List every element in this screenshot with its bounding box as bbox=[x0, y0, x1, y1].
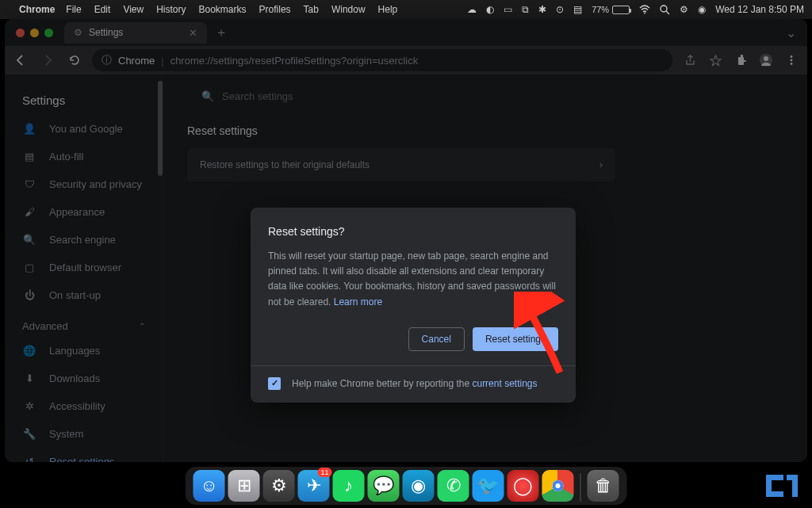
dialog-footer-text: Help make Chrome better by reporting the… bbox=[292, 378, 538, 389]
dock-telegram[interactable]: ✈11 bbox=[298, 470, 330, 502]
dock-spotify[interactable]: ♪ bbox=[333, 470, 365, 502]
macos-dock: ☺ ⊞ ⚙ ✈11 ♪ 💬 ◉ ✆ 🐦 ◯ 🗑 bbox=[186, 467, 627, 505]
dock-system-preferences[interactable]: ⚙ bbox=[263, 470, 295, 502]
menu-help[interactable]: Help bbox=[378, 4, 398, 15]
menubar-status-icon[interactable]: ☁ bbox=[467, 4, 477, 15]
macos-menubar: Chrome File Edit View History Bookmarks … bbox=[0, 0, 812, 19]
dock-trash[interactable]: 🗑 bbox=[588, 470, 619, 502]
chrome-window: ⚙ Settings ✕ ＋ ⌄ ⓘ Chrome | chrome://set… bbox=[5, 19, 807, 462]
dock-chrome[interactable] bbox=[542, 470, 574, 502]
menu-view[interactable]: View bbox=[123, 4, 144, 15]
dialog-title: Reset settings? bbox=[268, 225, 558, 238]
reset-settings-dialog: Reset settings? This will reset your sta… bbox=[251, 208, 576, 403]
dialog-body: This will reset your startup page, new t… bbox=[268, 249, 558, 310]
menu-tab[interactable]: Tab bbox=[304, 4, 319, 15]
menubar-language-icon[interactable]: ▤ bbox=[573, 4, 582, 15]
menubar-status-icon[interactable]: ▭ bbox=[504, 4, 512, 15]
menubar-battery[interactable]: 77% bbox=[592, 5, 630, 14]
current-settings-link[interactable]: current settings bbox=[472, 378, 537, 389]
menubar-datetime[interactable]: Wed 12 Jan 8:50 PM bbox=[715, 4, 804, 15]
dock-finder[interactable]: ☺ bbox=[193, 470, 225, 502]
menu-window[interactable]: Window bbox=[331, 4, 366, 15]
svg-point-0 bbox=[644, 13, 645, 14]
menubar-wifi-icon[interactable] bbox=[639, 5, 650, 14]
menu-history[interactable]: History bbox=[156, 4, 186, 15]
dock-edge[interactable]: ◉ bbox=[403, 470, 435, 502]
menubar-bluetooth-icon[interactable]: ✱ bbox=[538, 4, 546, 15]
menu-file[interactable]: File bbox=[66, 4, 81, 15]
menubar-spotlight-icon[interactable] bbox=[660, 5, 670, 15]
reset-settings-button[interactable]: Reset settings bbox=[473, 327, 558, 351]
menu-profiles[interactable]: Profiles bbox=[259, 4, 291, 15]
menu-bookmarks[interactable]: Bookmarks bbox=[199, 4, 247, 15]
menubar-control-center-icon[interactable]: ⚙ bbox=[680, 4, 688, 15]
dock-opera[interactable]: ◯ bbox=[508, 470, 539, 502]
svg-line-2 bbox=[666, 11, 669, 14]
reporting-checkbox[interactable]: ✓ bbox=[268, 377, 281, 390]
menubar-siri-icon[interactable]: ◉ bbox=[698, 4, 706, 15]
menubar-app-name[interactable]: Chrome bbox=[19, 4, 55, 15]
watermark-logo bbox=[761, 472, 802, 500]
learn-more-link[interactable]: Learn more bbox=[334, 296, 382, 307]
svg-point-1 bbox=[661, 6, 667, 12]
menu-edit[interactable]: Edit bbox=[94, 4, 111, 15]
menubar-status-icon[interactable]: ◐ bbox=[486, 4, 494, 15]
telegram-badge: 11 bbox=[317, 468, 331, 477]
dock-launchpad[interactable]: ⊞ bbox=[228, 470, 260, 502]
cancel-button[interactable]: Cancel bbox=[408, 327, 465, 351]
dock-messages[interactable]: 💬 bbox=[368, 470, 400, 502]
dock-whatsapp[interactable]: ✆ bbox=[438, 470, 469, 502]
menubar-screen-mirror-icon[interactable]: ⧉ bbox=[522, 4, 529, 15]
dock-twitter[interactable]: 🐦 bbox=[473, 470, 504, 502]
battery-icon bbox=[612, 6, 630, 14]
menubar-play-icon[interactable]: ⊙ bbox=[556, 4, 564, 15]
dock-divider bbox=[580, 473, 581, 502]
battery-percent: 77% bbox=[592, 5, 609, 14]
